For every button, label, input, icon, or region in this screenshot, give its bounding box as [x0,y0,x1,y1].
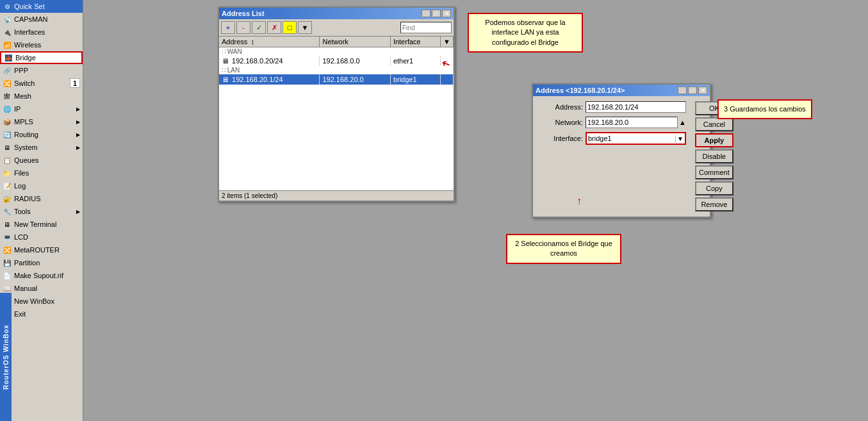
disable-button[interactable]: Disable [695,149,733,163]
detail-minimize-button[interactable]: _ [678,87,687,94]
address-table: Address ↕ Network Interface ▼ [219,37,454,85]
radius-icon: 🔐 [3,194,12,203]
sidebar-item-partition[interactable]: 💾 Partition [0,256,83,269]
col-interface: Interface [390,37,440,47]
sidebar-item-capsman[interactable]: 📡 CAPsMAN [0,13,83,26]
copy-button[interactable]: Copy [695,181,733,195]
sidebar-item-new-terminal[interactable]: 🖥 New Terminal [0,218,83,231]
network-dropdown-arrow[interactable]: ▲ [679,119,686,126]
maximize-button[interactable]: □ [432,10,441,17]
table-row[interactable]: 🖥 192.168.0.20/24 192.168.0.0 ether1 [219,56,454,66]
col-address: Address ↕ [219,37,320,47]
wireless-icon: 📶 [3,40,12,49]
sidebar-item-exit[interactable]: 🚪 Exit [0,308,83,320]
window-controls: _ □ ✕ [422,10,451,17]
tools-icon: 🔧 [3,207,12,216]
sidebar-item-quickset[interactable]: ⚙ Quick Set [0,0,83,13]
manual-icon: 📖 [3,284,12,293]
lcd-icon: 💻 [3,233,12,242]
address-list-table-container: Address ↕ Network Interface ▼ [219,37,454,190]
address-cell: 🖥 192.168.0.20/24 [219,56,320,66]
system-icon: 🖥 [3,143,12,152]
address-list-titlebar: Address List _ □ ✕ [219,8,454,19]
main-area: Address List _ □ ✕ + - ✓ ✗ □ ▼ Address [83,0,868,421]
remove-toolbar-button[interactable]: - [236,21,250,34]
sidebar-item-new-winbox[interactable]: 🪟 New WinBox [0,295,83,308]
group-label-lan: ∷ LAN [219,66,454,74]
search-input[interactable] [400,22,452,33]
network-label: Network: [538,119,583,126]
table-row-selected[interactable]: 🖥 192.168.20.1/24 192.168.20.0 bridge1 [219,74,454,85]
sidebar: ⚙ Quick Set 📡 CAPsMAN 🔌 Interfaces 📶 Wir… [0,0,83,421]
apply-button[interactable]: Apply [695,133,733,147]
address-detail-body: Address: Network: ▲ Interface: bridge1 ▼ [533,96,710,217]
sidebar-item-make-supout[interactable]: 📄 Make Supout.rif [0,269,83,282]
interface-label: Interface: [538,135,583,142]
sidebar-item-manual[interactable]: 📖 Manual [0,282,83,295]
terminal-icon: 🖥 [3,220,12,229]
sidebar-item-tools[interactable]: 🔧 Tools ▶ [0,205,83,218]
partition-icon: 💾 [3,258,12,267]
number-badge: 1 [70,78,80,88]
close-button[interactable]: ✕ [442,10,451,17]
add-button[interactable]: + [221,21,235,34]
tools-arrow: ▶ [76,209,80,215]
col-resize-address[interactable]: ↕ [249,38,256,45]
cross-button[interactable]: ✗ [267,21,281,34]
remove-button[interactable]: Remove [695,197,733,211]
network-cell: 192.168.0.0 [320,56,390,66]
detail-close-button[interactable]: ✕ [698,87,707,94]
mesh-icon: 🕸 [3,92,12,101]
interface-value: bridge1 [587,135,675,142]
group-row-lan: ∷ LAN [219,66,454,74]
sidebar-item-switch[interactable]: 🔀 Switch 1 [0,77,83,90]
extra-cell-selected [441,74,454,85]
sidebar-item-system[interactable]: 🖥 System ▶ [0,141,83,154]
sidebar-item-routing[interactable]: 🔄 Routing ▶ [0,128,83,141]
queues-icon: 📋 [3,156,12,165]
sidebar-item-radius[interactable]: 🔐 RADIUS [0,192,83,205]
detail-fields: Address: Network: ▲ Interface: bridge1 ▼ [533,96,691,217]
info-box-2: 2 Seleccionamos el Bridge que creamos [506,234,621,264]
supout-icon: 📄 [3,271,12,280]
address-label: Address: [538,103,583,111]
ppp-icon: 🔗 [3,66,12,75]
sidebar-item-ip[interactable]: 🌐 IP ▶ [0,103,83,115]
check-button[interactable]: ✓ [252,21,266,34]
info-box-1: Podemos observar que la interface LAN ya… [468,13,583,53]
filter-button[interactable]: ▼ [298,21,312,34]
detail-maximize-button[interactable]: □ [688,87,697,94]
winbox-label: RouterOS WinBox [0,293,12,421]
sidebar-item-metarouter[interactable]: 🔀 MetaROUTER [0,244,83,256]
sidebar-item-lcd[interactable]: 💻 LCD [0,231,83,244]
sidebar-item-queues[interactable]: 📋 Queues [0,154,83,167]
routing-arrow: ▶ [76,132,80,138]
yellow-button[interactable]: □ [283,21,297,34]
ip-arrow: ▶ [76,106,80,112]
interface-cell: ether1 [390,56,440,66]
minimize-button[interactable]: _ [422,10,430,17]
sidebar-item-mpls[interactable]: 📦 MPLS ▶ [0,115,83,128]
info-box-3: 3 Guardamos los cambios [717,99,812,119]
network-input[interactable] [585,117,678,128]
interface-cell-selected: bridge1 [390,74,440,85]
sidebar-item-wireless[interactable]: 📶 Wireless [0,38,83,51]
sidebar-item-bridge[interactable]: 🌉 Bridge [0,51,83,64]
address-input[interactable] [585,101,686,113]
interfaces-icon: 🔌 [3,28,12,37]
sidebar-item-mesh[interactable]: 🕸 Mesh [0,90,83,103]
interface-row: Interface: bridge1 ▼ [538,132,686,145]
address-detail-titlebar: Address <192.168.20.1/24> _ □ ✕ [533,85,710,96]
sidebar-item-log[interactable]: 📝 Log [0,179,83,192]
sidebar-item-ppp[interactable]: 🔗 PPP [0,64,83,77]
address-list-toolbar: + - ✓ ✗ □ ▼ [219,19,454,37]
interface-dropdown[interactable]: bridge1 ▼ [585,132,686,145]
address-list-window: Address List _ □ ✕ + - ✓ ✗ □ ▼ Address [218,6,455,202]
comment-button[interactable]: Comment [695,165,733,179]
group-label-wan: ∷ WAN [219,47,454,56]
address-list-title: Address List [222,10,265,17]
interface-dropdown-arrow[interactable]: ▼ [675,135,685,142]
log-icon: 📝 [3,181,12,190]
sidebar-item-interfaces[interactable]: 🔌 Interfaces [0,26,83,38]
sidebar-item-files[interactable]: 📁 Files [0,167,83,179]
